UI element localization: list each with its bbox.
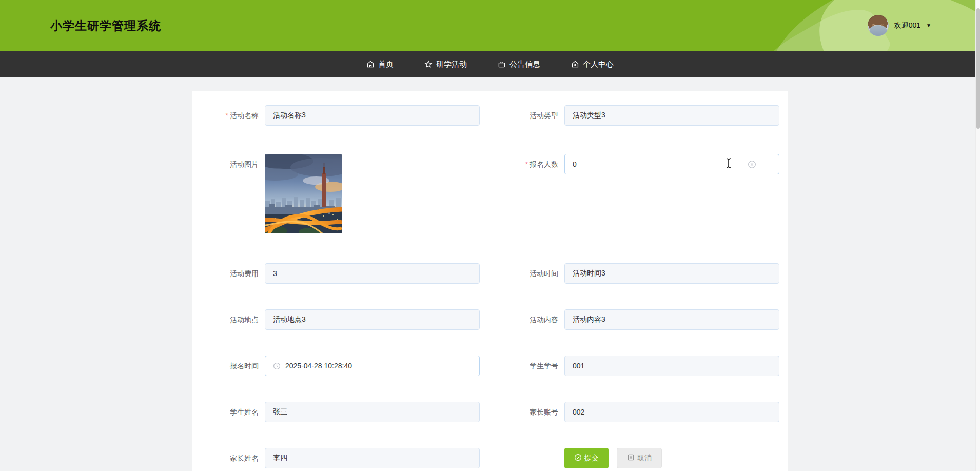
field-label: 学生姓名 [198, 402, 265, 422]
app-title: 小学生研学管理系统 [50, 18, 161, 34]
field-parent-name: 家长姓名 李四 [198, 448, 486, 468]
field-activity-image: 活动图片 [198, 154, 486, 233]
main-nav: 首页 研学活动 公告信息 个人中心 [0, 51, 980, 77]
nav-item-label: 个人中心 [583, 60, 614, 69]
nav-item-activities[interactable]: 研学活动 [422, 51, 469, 77]
activity-time-input: 活动时间3 [564, 263, 779, 284]
field-activity-fee: 活动费用 3 [198, 263, 486, 284]
parent-account-input: 002 [564, 402, 779, 422]
home-user-icon [571, 60, 579, 68]
briefcase-icon [498, 60, 506, 68]
field-activity-place: 活动地点 活动地点3 [198, 309, 486, 330]
main-content: *活动名称 活动名称3 活动类型 活动类型3 活动图片 [0, 77, 980, 471]
field-label: 学生学号 [486, 356, 564, 376]
nav-item-label: 首页 [378, 60, 394, 69]
form-actions: 提交 取消 [486, 448, 662, 468]
student-id-input: 001 [564, 356, 779, 376]
signup-time-input[interactable]: 2025-04-28 10:28:40 [265, 356, 480, 376]
form-card: *活动名称 活动名称3 活动类型 活动类型3 活动图片 [192, 91, 788, 471]
activity-content-input: 活动内容3 [564, 309, 779, 330]
activity-fee-input: 3 [265, 263, 480, 284]
nav-item-announcements[interactable]: 公告信息 [496, 51, 542, 77]
field-label: 报名时间 [198, 356, 265, 376]
field-signup-time: 报名时间 2025-04-28 10:28:40 [198, 356, 486, 376]
field-label: 活动地点 [198, 309, 265, 330]
field-student-id: 学生学号 001 [486, 356, 779, 376]
form-row: *活动名称 活动名称3 活动类型 活动类型3 [198, 105, 788, 126]
clock-icon [273, 362, 281, 370]
form-row: 家长姓名 李四 提交 [198, 448, 788, 468]
vertical-scrollbar[interactable] [975, 0, 980, 471]
field-label: 活动图片 [198, 154, 265, 174]
field-label: 活动时间 [486, 263, 564, 284]
field-label: 家长姓名 [198, 448, 265, 468]
field-parent-account: 家长账号 002 [486, 402, 779, 422]
header-decor-swoosh [749, 0, 980, 51]
parent-name-input: 李四 [265, 448, 480, 468]
welcome-text: 欢迎001 [894, 21, 920, 30]
avatar[interactable] [868, 15, 889, 36]
student-name-input: 张三 [265, 402, 480, 422]
signup-count-input[interactable]: 0 [564, 154, 779, 174]
nav-item-label: 研学活动 [436, 60, 467, 69]
scrollbar-thumb[interactable] [976, 8, 980, 129]
field-label: *活动名称 [198, 105, 265, 126]
required-marker: * [226, 111, 228, 120]
activity-place-input: 活动地点3 [265, 309, 480, 330]
field-signup-count: *报名人数 0 [486, 154, 779, 174]
check-circle-icon [574, 454, 582, 463]
submit-button[interactable]: 提交 [564, 448, 609, 468]
clear-input-icon[interactable] [748, 160, 756, 169]
field-label: 家长账号 [486, 402, 564, 422]
field-student-name: 学生姓名 张三 [198, 402, 486, 422]
close-square-icon [627, 454, 635, 463]
field-activity-content: 活动内容 活动内容3 [486, 309, 779, 330]
cancel-button[interactable]: 取消 [617, 448, 662, 468]
activity-type-input: 活动类型3 [564, 105, 779, 126]
mouse-cursor-ibeam [726, 158, 732, 171]
required-marker: * [525, 160, 528, 168]
field-activity-name: *活动名称 活动名称3 [198, 105, 486, 126]
home-icon [366, 60, 375, 68]
field-label: *报名人数 [486, 154, 564, 174]
form-row: 活动图片 [198, 154, 788, 233]
form-row: 报名时间 2025-04-28 10:28:40 学生学号 001 [198, 356, 788, 376]
chevron-down-icon[interactable]: ▼ [926, 23, 931, 28]
field-label: 活动内容 [486, 309, 564, 330]
user-menu[interactable]: 欢迎001 ▼ [868, 15, 931, 36]
field-label: 活动类型 [486, 105, 564, 126]
star-icon [424, 60, 433, 68]
nav-item-home[interactable]: 首页 [364, 51, 396, 77]
app-header: 小学生研学管理系统 欢迎001 ▼ [0, 0, 980, 51]
field-activity-time: 活动时间 活动时间3 [486, 263, 779, 284]
form-row: 学生姓名 张三 家长账号 002 [198, 402, 788, 422]
field-label: 活动费用 [198, 263, 265, 284]
nav-item-label: 公告信息 [509, 60, 540, 69]
form-row: 活动费用 3 活动时间 活动时间3 [198, 263, 788, 284]
form-row: 活动地点 活动地点3 活动内容 活动内容3 [198, 309, 788, 330]
activity-name-input: 活动名称3 [265, 105, 480, 126]
nav-item-profile[interactable]: 个人中心 [569, 51, 616, 77]
field-activity-type: 活动类型 活动类型3 [486, 105, 779, 126]
activity-image [265, 154, 342, 233]
